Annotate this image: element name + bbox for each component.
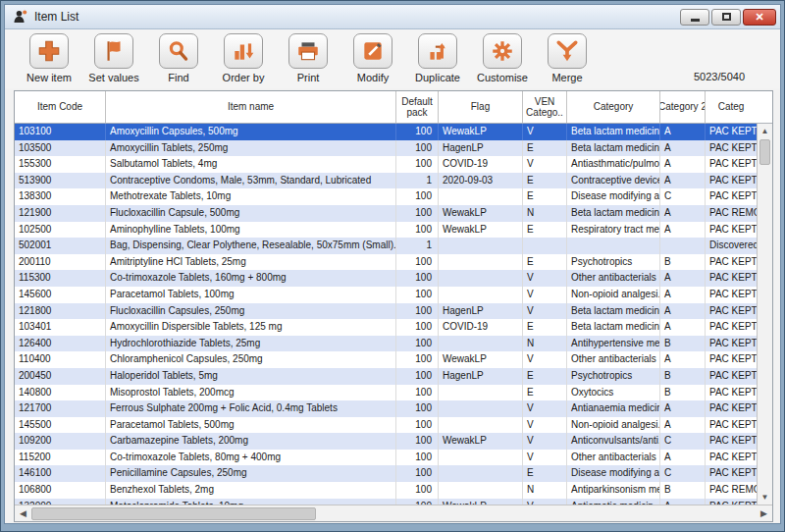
table-row[interactable]: 121900Flucloxacillin Capsule, 500mg100We… bbox=[15, 205, 757, 222]
cell-item_code: 200110 bbox=[15, 254, 106, 271]
cell-item_name: Co-trimoxazole Tablets, 160mg + 800mg bbox=[106, 270, 396, 287]
table-row[interactable]: 121800Flucloxacillin Capsules, 250mg100H… bbox=[15, 303, 757, 320]
cell-item_name: Aminophylline Tablets, 100mg bbox=[106, 222, 396, 239]
cell-ven: E bbox=[523, 368, 567, 385]
cell-item_name: Amoxycillin Capsules, 500mg bbox=[106, 124, 396, 140]
table-row[interactable]: 121700Ferrous Sulphate 200mg + Folic Aci… bbox=[15, 400, 757, 417]
cell-flag bbox=[439, 254, 523, 271]
order-by-label: Order by bbox=[223, 72, 265, 83]
cell-category2: A bbox=[660, 287, 706, 303]
vertical-scroll-thumb[interactable] bbox=[759, 139, 770, 165]
cell-category2: A bbox=[660, 351, 706, 368]
header-filler bbox=[757, 91, 772, 123]
scroll-up-icon[interactable]: ▲ bbox=[758, 124, 772, 138]
duplicate-icon bbox=[425, 38, 450, 64]
scroll-down-icon[interactable]: ▼ bbox=[758, 490, 772, 505]
table-row[interactable]: 103500Amoxycillin Tablets, 250mg100Hagen… bbox=[15, 140, 757, 157]
cell-category3: Discovered bbox=[706, 238, 757, 254]
close-button[interactable]: ✕ bbox=[743, 9, 776, 26]
cell-category: Psychotropics bbox=[567, 254, 660, 271]
horizontal-scrollbar[interactable]: ◀ ▶ bbox=[15, 505, 772, 521]
set-values-label: Set values bbox=[88, 72, 138, 83]
maximize-button[interactable] bbox=[711, 9, 741, 26]
print-button[interactable]: Print bbox=[276, 33, 340, 83]
cell-category2: A bbox=[660, 205, 706, 222]
table-row[interactable]: 145600Paracetamol Tablets, 100mg100VNon-… bbox=[15, 287, 757, 303]
merge-button[interactable]: Merge bbox=[535, 33, 600, 83]
cell-category2: B bbox=[660, 385, 706, 401]
cell-category3: PAC KEPT 1 bbox=[706, 140, 757, 157]
modify-button[interactable]: Modify bbox=[340, 33, 405, 83]
column-header-default_pack[interactable]: Default pack bbox=[396, 91, 439, 123]
cell-flag bbox=[439, 238, 523, 254]
table-row[interactable]: 115300Co-trimoxazole Tablets, 160mg + 80… bbox=[15, 270, 757, 287]
cell-ven: E bbox=[523, 385, 567, 401]
cell-ven: V bbox=[523, 450, 567, 466]
cell-item_code: 145500 bbox=[15, 417, 106, 434]
cell-flag bbox=[439, 188, 523, 205]
table-row[interactable]: 200450Haloperidol Tablets, 5mg100HagenLP… bbox=[15, 368, 757, 385]
minimize-button[interactable] bbox=[680, 9, 709, 26]
cell-category2: A bbox=[660, 319, 706, 336]
column-header-flag[interactable]: Flag bbox=[439, 91, 523, 123]
scroll-left-icon[interactable]: ◀ bbox=[15, 505, 31, 521]
cell-category: Antiasthmatic/pulmo.. bbox=[567, 156, 660, 173]
cell-category: Antiparkinsonism me.. bbox=[567, 482, 660, 499]
cell-default_pack: 100 bbox=[396, 124, 439, 140]
table-row[interactable]: 513900Contraceptive Condoms, Male, 53mm,… bbox=[15, 173, 757, 189]
find-button[interactable]: Find bbox=[146, 33, 211, 83]
vertical-scrollbar[interactable]: ▲ ▼ bbox=[757, 124, 772, 505]
table-row[interactable]: 115200Co-trimoxazole Tablets, 80mg + 400… bbox=[15, 450, 757, 466]
cell-category: Antihypertensive me.. bbox=[567, 336, 660, 352]
cell-default_pack: 100 bbox=[396, 287, 439, 303]
table-row[interactable]: 146100Penicillamine Capsules, 250mg100ED… bbox=[15, 465, 757, 482]
horizontal-scroll-thumb[interactable] bbox=[31, 507, 316, 520]
cell-category3: PAC KEPT 1 bbox=[706, 222, 757, 239]
table-row[interactable]: 126400Hydrochlorothiazide Tablets, 25mg1… bbox=[15, 336, 757, 352]
table-row[interactable]: 140800Misoprostol Tablets, 200mcg100EOxy… bbox=[15, 385, 757, 401]
column-header-category3[interactable]: Categ bbox=[706, 91, 757, 123]
table-row[interactable]: 110400Chloramphenicol Capsules, 250mg100… bbox=[15, 351, 757, 368]
table-row[interactable]: 106800Benzhexol Tablets, 2mg100NAntipark… bbox=[15, 482, 757, 499]
customise-button[interactable]: Customise bbox=[470, 33, 535, 83]
duplicate-button[interactable]: Duplicate bbox=[405, 33, 470, 83]
table-row[interactable]: 155300Salbutamol Tablets, 4mg100COVID-19… bbox=[15, 156, 757, 173]
cell-item_name: Salbutamol Tablets, 4mg bbox=[106, 156, 396, 173]
cell-category: Other antibacterials bbox=[567, 450, 660, 466]
table-row[interactable]: 102500Aminophylline Tablets, 100mg100Wew… bbox=[15, 222, 757, 239]
scroll-right-icon[interactable]: ▶ bbox=[756, 505, 772, 521]
title-bar[interactable]: Item List ✕ bbox=[5, 5, 780, 29]
cell-flag bbox=[439, 465, 523, 482]
table-row[interactable]: 200110Amitriptyline HCl Tablets, 25mg100… bbox=[15, 254, 757, 271]
column-header-category2[interactable]: Category 2 bbox=[660, 91, 706, 123]
app-item-icon bbox=[13, 9, 28, 25]
column-header-ven[interactable]: VEN Catego.. bbox=[523, 91, 567, 123]
cell-category: Oxytocics bbox=[567, 385, 660, 401]
set-values-button[interactable]: Set values bbox=[81, 33, 146, 83]
column-header-item_name[interactable]: Item name bbox=[106, 91, 396, 123]
table-body: 103100Amoxycillin Capsules, 500mg100Wewa… bbox=[15, 124, 757, 505]
column-header-item_code[interactable]: Item Code bbox=[15, 91, 106, 123]
cell-item_name: Penicillamine Capsules, 250mg bbox=[106, 465, 396, 482]
cell-category3: PAC KEPT 1 bbox=[706, 417, 757, 434]
cell-category: Beta lactam medicines bbox=[567, 124, 660, 140]
table-row[interactable]: 138300Methotrexate Tablets, 10mg100EDise… bbox=[15, 188, 757, 205]
column-header-category[interactable]: Category bbox=[567, 91, 660, 123]
cell-item_code: 106800 bbox=[15, 482, 106, 499]
cell-default_pack: 100 bbox=[396, 222, 439, 239]
cell-default_pack: 100 bbox=[396, 351, 439, 368]
cell-default_pack: 100 bbox=[396, 270, 439, 287]
table-row[interactable]: 109200Carbamazepine Tablets, 200mg100Wew… bbox=[15, 433, 757, 450]
table-row[interactable]: 145500Paracetamol Tablets, 500mg100VNon-… bbox=[15, 417, 757, 434]
item-list-window: Item List ✕ New item Set values bbox=[0, 0, 785, 532]
cell-flag: WewakLP bbox=[439, 124, 523, 140]
table-row[interactable]: 103401Amoxycillin Dispersible Tablets, 1… bbox=[15, 319, 757, 336]
cell-ven: E bbox=[523, 319, 567, 336]
cell-default_pack: 100 bbox=[396, 482, 439, 499]
table-row[interactable]: 502001Bag, Dispensing, Clear Polythene, … bbox=[15, 238, 757, 254]
new-item-button[interactable]: New item bbox=[17, 33, 81, 83]
vertical-scroll-track bbox=[758, 166, 772, 490]
order-by-button[interactable]: Order by bbox=[211, 33, 276, 83]
cell-category3: PAC KEPT 1 bbox=[706, 124, 757, 140]
table-row[interactable]: 103100Amoxycillin Capsules, 500mg100Wewa… bbox=[15, 124, 757, 140]
